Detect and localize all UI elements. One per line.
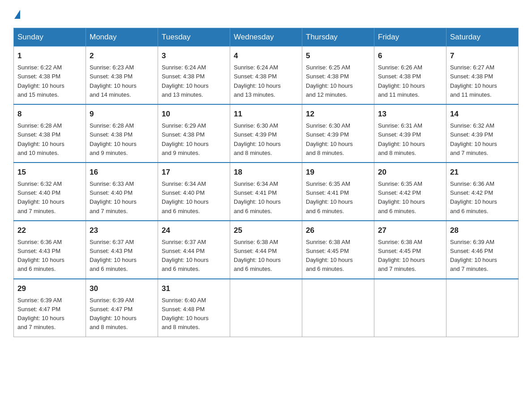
calendar-cell <box>302 279 374 337</box>
calendar-cell: 28 Sunrise: 6:39 AM Sunset: 4:46 PM Dayl… <box>446 221 519 279</box>
calendar-cell: 24 Sunrise: 6:37 AM Sunset: 4:44 PM Dayl… <box>158 221 230 279</box>
calendar-cell <box>230 279 302 337</box>
day-of-week-header: Sunday <box>14 28 86 47</box>
calendar-week-row: 8 Sunrise: 6:28 AM Sunset: 4:38 PM Dayli… <box>14 104 519 163</box>
day-number: 16 <box>90 167 154 178</box>
day-number: 14 <box>450 108 515 120</box>
day-number: 29 <box>17 283 82 295</box>
day-number: 7 <box>450 50 515 62</box>
calendar-header-row: SundayMondayTuesdayWednesdayThursdayFrid… <box>14 28 519 47</box>
day-number: 12 <box>306 108 370 120</box>
calendar-cell: 31 Sunrise: 6:40 AM Sunset: 4:48 PM Dayl… <box>158 279 230 337</box>
calendar-cell: 20 Sunrise: 6:35 AM Sunset: 4:42 PM Dayl… <box>374 163 446 221</box>
day-number: 9 <box>90 108 154 120</box>
day-number: 22 <box>17 225 82 236</box>
day-of-week-header: Wednesday <box>230 28 302 47</box>
day-number: 4 <box>234 50 298 62</box>
calendar-cell: 18 Sunrise: 6:34 AM Sunset: 4:41 PM Dayl… <box>230 163 302 221</box>
calendar-cell: 26 Sunrise: 6:38 AM Sunset: 4:45 PM Dayl… <box>302 221 374 279</box>
day-number: 28 <box>450 225 515 236</box>
calendar-cell: 15 Sunrise: 6:32 AM Sunset: 4:40 PM Dayl… <box>14 163 86 221</box>
calendar-cell: 14 Sunrise: 6:32 AM Sunset: 4:39 PM Dayl… <box>446 104 519 163</box>
calendar-cell: 13 Sunrise: 6:31 AM Sunset: 4:39 PM Dayl… <box>374 104 446 163</box>
calendar-cell: 12 Sunrise: 6:30 AM Sunset: 4:39 PM Dayl… <box>302 104 374 163</box>
calendar-week-row: 15 Sunrise: 6:32 AM Sunset: 4:40 PM Dayl… <box>14 163 519 221</box>
calendar-cell: 27 Sunrise: 6:38 AM Sunset: 4:45 PM Dayl… <box>374 221 446 279</box>
calendar-cell: 4 Sunrise: 6:24 AM Sunset: 4:38 PM Dayli… <box>230 47 302 104</box>
calendar-cell: 25 Sunrise: 6:38 AM Sunset: 4:44 PM Dayl… <box>230 221 302 279</box>
logo <box>13 9 20 19</box>
calendar-cell <box>446 279 519 337</box>
calendar-cell: 5 Sunrise: 6:25 AM Sunset: 4:38 PM Dayli… <box>302 47 374 104</box>
calendar-cell: 6 Sunrise: 6:26 AM Sunset: 4:38 PM Dayli… <box>374 47 446 104</box>
day-of-week-header: Tuesday <box>158 28 230 47</box>
calendar-week-row: 22 Sunrise: 6:36 AM Sunset: 4:43 PM Dayl… <box>14 221 519 279</box>
calendar-table: SundayMondayTuesdayWednesdayThursdayFrid… <box>13 28 519 337</box>
day-number: 11 <box>234 108 298 120</box>
day-number: 15 <box>17 167 82 178</box>
calendar-week-row: 29 Sunrise: 6:39 AM Sunset: 4:47 PM Dayl… <box>14 279 519 337</box>
day-number: 13 <box>378 108 442 120</box>
calendar-cell: 2 Sunrise: 6:23 AM Sunset: 4:38 PM Dayli… <box>86 47 158 104</box>
day-number: 20 <box>378 167 442 178</box>
day-number: 25 <box>234 225 298 236</box>
calendar-cell: 29 Sunrise: 6:39 AM Sunset: 4:47 PM Dayl… <box>14 279 86 337</box>
calendar-cell: 21 Sunrise: 6:36 AM Sunset: 4:42 PM Dayl… <box>446 163 519 221</box>
day-number: 17 <box>162 167 226 178</box>
day-number: 23 <box>90 225 154 236</box>
calendar-week-row: 1 Sunrise: 6:22 AM Sunset: 4:38 PM Dayli… <box>14 47 519 104</box>
day-number: 19 <box>306 167 370 178</box>
calendar-cell: 3 Sunrise: 6:24 AM Sunset: 4:38 PM Dayli… <box>158 47 230 104</box>
page-header <box>13 9 519 19</box>
day-number: 18 <box>234 167 298 178</box>
day-number: 3 <box>162 50 226 62</box>
day-number: 1 <box>17 50 82 62</box>
day-number: 27 <box>378 225 442 236</box>
day-of-week-header: Monday <box>86 28 158 47</box>
calendar-cell: 11 Sunrise: 6:30 AM Sunset: 4:39 PM Dayl… <box>230 104 302 163</box>
calendar-cell: 30 Sunrise: 6:39 AM Sunset: 4:47 PM Dayl… <box>86 279 158 337</box>
calendar-cell: 9 Sunrise: 6:28 AM Sunset: 4:38 PM Dayli… <box>86 104 158 163</box>
day-number: 24 <box>162 225 226 236</box>
calendar-cell: 16 Sunrise: 6:33 AM Sunset: 4:40 PM Dayl… <box>86 163 158 221</box>
day-number: 21 <box>450 167 515 178</box>
day-number: 2 <box>90 50 154 62</box>
day-of-week-header: Thursday <box>302 28 374 47</box>
day-number: 10 <box>162 108 226 120</box>
day-of-week-header: Saturday <box>446 28 519 47</box>
day-number: 8 <box>17 108 82 120</box>
calendar-cell: 23 Sunrise: 6:37 AM Sunset: 4:43 PM Dayl… <box>86 221 158 279</box>
calendar-cell: 19 Sunrise: 6:35 AM Sunset: 4:41 PM Dayl… <box>302 163 374 221</box>
day-of-week-header: Friday <box>374 28 446 47</box>
calendar-cell: 1 Sunrise: 6:22 AM Sunset: 4:38 PM Dayli… <box>14 47 86 104</box>
day-number: 30 <box>90 283 154 295</box>
day-number: 5 <box>306 50 370 62</box>
day-number: 6 <box>378 50 442 62</box>
calendar-cell: 22 Sunrise: 6:36 AM Sunset: 4:43 PM Dayl… <box>14 221 86 279</box>
calendar-cell: 8 Sunrise: 6:28 AM Sunset: 4:38 PM Dayli… <box>14 104 86 163</box>
calendar-cell <box>374 279 446 337</box>
calendar-cell: 7 Sunrise: 6:27 AM Sunset: 4:38 PM Dayli… <box>446 47 519 104</box>
day-number: 26 <box>306 225 370 236</box>
calendar-cell: 17 Sunrise: 6:34 AM Sunset: 4:40 PM Dayl… <box>158 163 230 221</box>
calendar-cell: 10 Sunrise: 6:29 AM Sunset: 4:38 PM Dayl… <box>158 104 230 163</box>
day-number: 31 <box>162 283 226 295</box>
